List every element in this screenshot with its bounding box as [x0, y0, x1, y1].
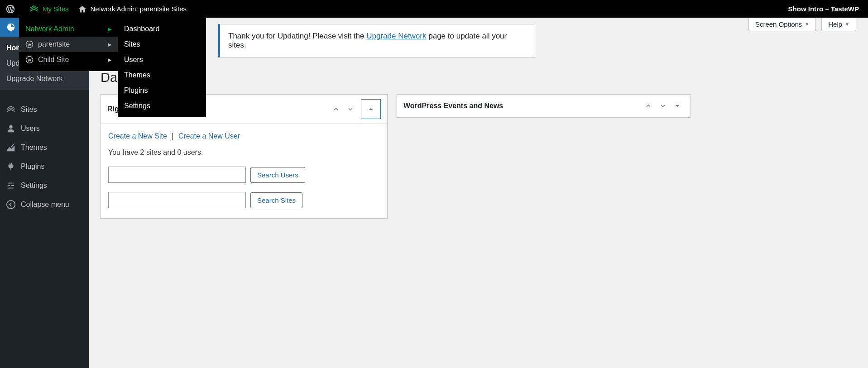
adminbar-right-label: Show Intro – TasteWP	[788, 5, 859, 13]
home-icon	[78, 5, 87, 14]
network-admin-title-item[interactable]: Network Admin: parentsite Sites	[73, 0, 192, 18]
my-sites-label: My Sites	[43, 5, 69, 13]
admin-bar: My Sites Network Admin: parentsite Sites…	[0, 0, 868, 18]
wordpress-icon	[5, 4, 15, 14]
my-sites-menu[interactable]: My Sites	[24, 0, 73, 18]
network-admin-title-label: Network Admin: parentsite Sites	[91, 5, 187, 13]
multisite-icon	[29, 4, 39, 14]
adminbar-right-link[interactable]: Show Intro – TasteWP	[788, 5, 868, 13]
wp-logo[interactable]	[0, 0, 24, 18]
